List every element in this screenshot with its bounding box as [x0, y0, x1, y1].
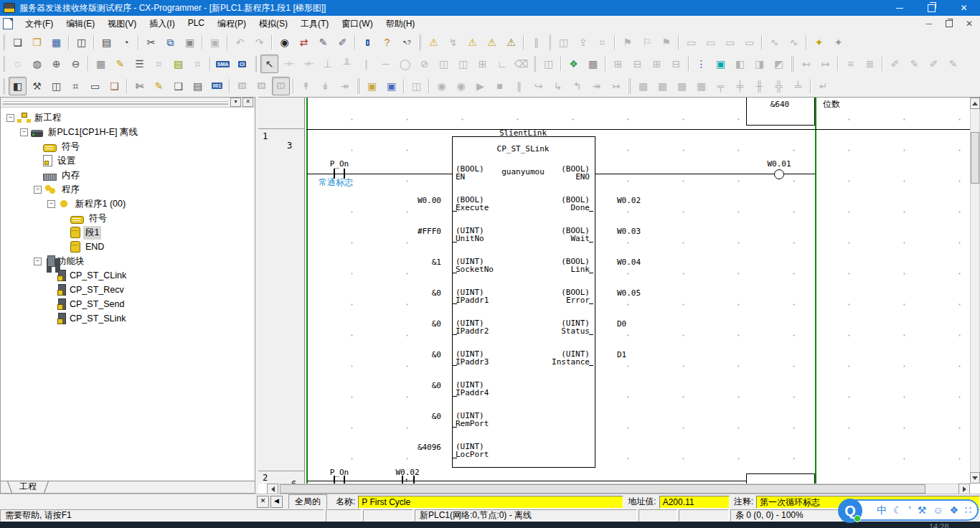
- mdi-restore-button[interactable]: [940, 16, 958, 31]
- insert-symbol-button[interactable]: ✄: [131, 77, 149, 95]
- pause-monitor-button[interactable]: ◉: [433, 77, 451, 95]
- fb-input-value-unitno[interactable]: #FFF0: [366, 227, 441, 235]
- print-preview-button[interactable]: ◔: [117, 33, 135, 52]
- pen-4-button[interactable]: ✎: [944, 55, 962, 73]
- watch-word-1-button[interactable]: ▭: [682, 33, 700, 52]
- tab-project[interactable]: 工程: [8, 481, 48, 493]
- tree-expander[interactable]: −: [20, 128, 28, 136]
- find-button[interactable]: ◉: [275, 33, 293, 52]
- help-button[interactable]: ?: [378, 33, 396, 52]
- tree-item-cp_st_clink[interactable]: CP_ST_CLink: [1, 268, 255, 283]
- rung-list-button[interactable]: ☰: [131, 55, 149, 73]
- fb-output-addr-link[interactable]: W0.04: [617, 258, 674, 266]
- redo-button[interactable]: ↷: [250, 33, 268, 52]
- coil-nc-button[interactable]: ⊘: [415, 55, 433, 73]
- force-on-button[interactable]: ╤: [712, 77, 730, 95]
- align-list-button[interactable]: ≡: [842, 55, 859, 73]
- watch-word-4-button[interactable]: ▭: [740, 33, 758, 52]
- monitor-mode-button[interactable]: ◫: [407, 77, 425, 95]
- tree-item--1-00-[interactable]: −新程序1 (00): [1, 197, 255, 211]
- tree-item-cp_st_send[interactable]: CP_ST_Send: [1, 297, 255, 311]
- symbol-bar-close-button[interactable]: ✕: [257, 496, 269, 508]
- restore-button[interactable]: [915, 0, 948, 16]
- scroll-down-button[interactable]: [970, 472, 980, 484]
- symbol-multi-button[interactable]: ⋮: [692, 55, 710, 73]
- fb-output-addr-status[interactable]: D0: [617, 320, 674, 328]
- section-list-button[interactable]: ▤: [189, 77, 207, 95]
- fb-output-addr-done[interactable]: W0.02: [617, 197, 674, 204]
- save-project-button[interactable]: ▦: [47, 33, 65, 52]
- contact-nc-button[interactable]: ⊣∕⊢: [299, 55, 317, 73]
- view-compare-button[interactable]: ◫: [72, 33, 90, 52]
- scroll-up-button[interactable]: [970, 98, 980, 109]
- copy-button[interactable]: ⧉: [161, 33, 179, 52]
- coil-no-button[interactable]: ◯: [396, 55, 414, 73]
- go-trace-button[interactable]: ↠: [336, 77, 354, 95]
- toolbar-grip[interactable]: [2, 34, 5, 50]
- pen-3-button[interactable]: ✐: [925, 55, 943, 73]
- tree-expander[interactable]: −: [34, 258, 42, 265]
- tree-item-end[interactable]: END: [1, 240, 255, 254]
- symbol-bar-prev-button[interactable]: ◀: [270, 496, 283, 508]
- toolbar-grip[interactable]: [254, 56, 257, 72]
- menu-item-0[interactable]: 文件(F): [19, 16, 60, 32]
- paste-rung-button[interactable]: ▣: [206, 33, 224, 52]
- rung-wrap-button[interactable]: ⌗: [150, 55, 168, 73]
- fb-input-value-socketno[interactable]: &1: [366, 258, 441, 266]
- pause-trigger-monitor-button[interactable]: ◉: [452, 77, 470, 95]
- go-next-button[interactable]: ↡: [316, 77, 334, 95]
- menu-item-3[interactable]: 插入(I): [143, 16, 181, 32]
- window-x-button[interactable]: ◨: [750, 55, 768, 73]
- time-chart-button[interactable]: ∿: [785, 33, 803, 52]
- emoji-icon[interactable]: ☺: [933, 505, 943, 515]
- flag-clear-button[interactable]: ⚐: [638, 33, 656, 52]
- radix-decimal-button[interactable]: 10: [233, 77, 251, 95]
- fb-input-value-ipaddr1[interactable]: &0: [366, 289, 441, 297]
- zoom-in-button[interactable]: ⊕: [47, 55, 65, 73]
- align-top-button[interactable]: ≣: [861, 55, 879, 73]
- open-project-button[interactable]: ❐: [28, 33, 46, 52]
- memory-view-3-button[interactable]: ▦: [673, 77, 691, 95]
- horizontal-line-button[interactable]: ─: [377, 55, 395, 73]
- save-check-button[interactable]: ⚠: [483, 33, 501, 52]
- watch-window-button[interactable]: ◫: [47, 77, 65, 95]
- contact-or-no-button[interactable]: ⊥: [319, 55, 336, 73]
- toolbar-grip[interactable]: [548, 34, 551, 50]
- radix-signed-decimal-button[interactable]: 10: [253, 77, 270, 95]
- new-document-button[interactable]: ❏: [9, 33, 27, 52]
- pen-1-button[interactable]: ✐: [886, 55, 904, 73]
- panel-grid-icon[interactable]: ∷: [965, 505, 971, 515]
- minimize-button[interactable]: [883, 0, 915, 16]
- instruction-box-2-button[interactable]: ◫: [454, 55, 472, 73]
- line-corner-button[interactable]: ∟: [493, 55, 511, 73]
- sim-scan-run-button[interactable]: ↣: [607, 77, 625, 95]
- fb-output-addr-error[interactable]: W0.05: [617, 289, 674, 297]
- binary-monitor-button[interactable]: 001: [208, 77, 226, 95]
- tree-item--[interactable]: 符号: [1, 139, 255, 154]
- print-button[interactable]: ▤: [98, 33, 116, 52]
- tree-item-cp_st_recv[interactable]: CP_ST_Recv: [1, 283, 255, 297]
- fb-input-value-locport[interactable]: &4096: [366, 443, 441, 451]
- tree-item--plc1-cp1h-e-[interactable]: −新PLC1[CP1H-E] 离线: [1, 125, 255, 139]
- work-online-button[interactable]: ▣: [363, 77, 381, 95]
- contact-p-on-label[interactable]: P_On: [317, 160, 362, 168]
- find-address-button[interactable]: ✐: [334, 33, 352, 52]
- ime-toolbar[interactable]: Q 中☾’⚒☺❖∷: [839, 499, 979, 521]
- options-hammer-button[interactable]: ⚒: [28, 77, 46, 95]
- info-button[interactable]: i: [359, 33, 377, 52]
- prev-rung-operand-value[interactable]: &640: [746, 100, 814, 108]
- toolbar-grip[interactable]: [2, 78, 5, 94]
- menu-item-4[interactable]: PLC: [182, 16, 211, 32]
- mdi-close-button[interactable]: ✕: [960, 16, 979, 31]
- online-transfer-button[interactable]: ↯: [444, 33, 462, 52]
- sim-step-button[interactable]: ↪: [529, 77, 547, 95]
- chinese-mode-icon[interactable]: 中: [877, 505, 887, 515]
- tree-item--[interactable]: −新工程: [1, 110, 255, 125]
- symbol-name-field[interactable]: P First Cycle: [358, 496, 623, 509]
- contact-no-button[interactable]: ⊣⊢: [280, 55, 298, 73]
- tree-expander[interactable]: −: [6, 114, 14, 122]
- zoom-region-button[interactable]: ◍: [28, 55, 46, 73]
- menu-item-8[interactable]: 窗口(W): [335, 16, 379, 32]
- sim-continuous-button[interactable]: ↠: [588, 77, 606, 95]
- force-set-all-button[interactable]: ╬: [770, 77, 788, 95]
